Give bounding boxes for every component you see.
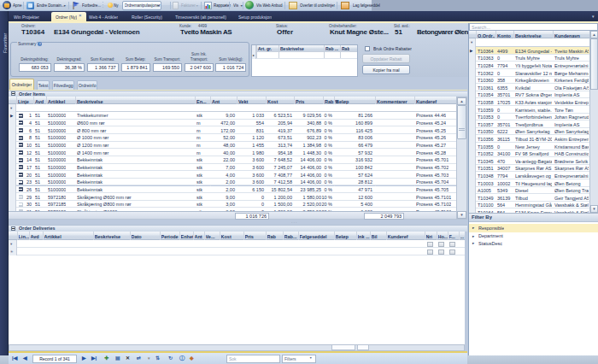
svg-text:Favoritter: Favoritter: [3, 33, 8, 53]
